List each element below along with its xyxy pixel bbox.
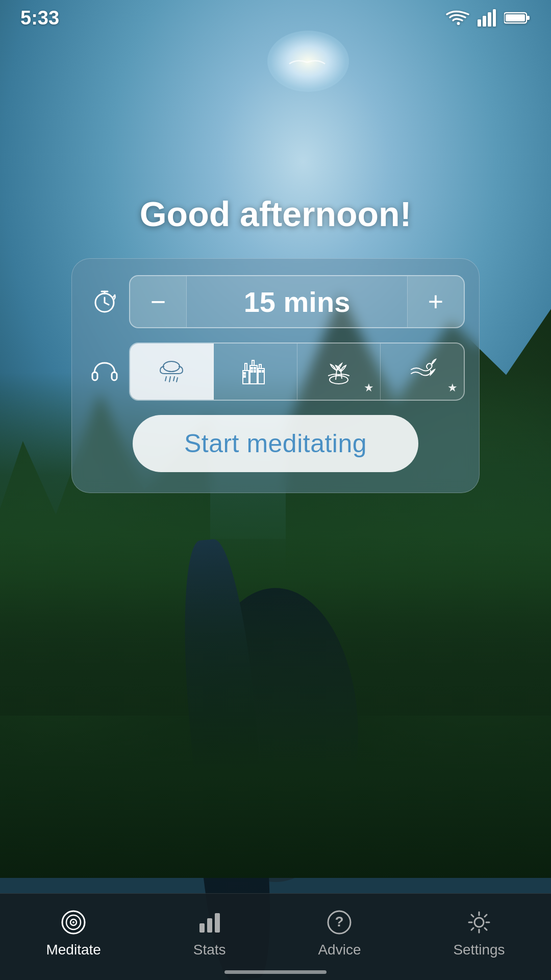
sound-rain[interactable] — [130, 344, 214, 400]
nav-label-meditate: Meditate — [46, 942, 101, 958]
greeting-text: Good afternoon! — [140, 194, 412, 234]
wind-star: ★ — [447, 381, 458, 395]
svg-rect-29 — [262, 371, 264, 372]
timer-increment-button[interactable]: + — [408, 276, 464, 327]
island-star: ★ — [364, 381, 374, 395]
svg-point-42 — [474, 918, 484, 927]
sound-island[interactable]: ★ — [297, 344, 381, 400]
sound-wind[interactable]: ★ — [381, 344, 464, 400]
stats-icon — [195, 908, 224, 937]
nav-item-meditate[interactable]: Meditate — [31, 903, 116, 963]
svg-rect-26 — [251, 371, 253, 372]
svg-point-0 — [457, 22, 460, 25]
svg-point-11 — [163, 361, 180, 372]
svg-rect-22 — [244, 373, 245, 374]
svg-rect-24 — [251, 368, 253, 369]
nav-label-advice: Advice — [318, 942, 361, 958]
svg-point-36 — [72, 921, 74, 923]
svg-rect-37 — [199, 923, 205, 933]
bottom-nav: Meditate Stats ? Advice — [0, 893, 551, 980]
status-bar: 5:33 — [0, 0, 551, 36]
svg-line-12 — [165, 377, 166, 381]
battery-icon — [504, 11, 531, 25]
start-meditating-button[interactable]: Start meditating — [133, 415, 418, 472]
sounds-grid: ★ ★ — [129, 342, 465, 401]
svg-rect-38 — [207, 918, 212, 933]
settings-icon — [465, 908, 493, 937]
svg-rect-20 — [252, 360, 254, 365]
svg-rect-9 — [92, 372, 97, 380]
meditate-icon — [59, 908, 88, 937]
nav-item-settings[interactable]: Settings — [438, 903, 520, 963]
main-content: Good afternoon! − 15 mins + — [0, 0, 551, 980]
timer-icon — [86, 283, 123, 320]
advice-icon: ? — [325, 908, 354, 937]
status-time: 5:33 — [20, 7, 59, 29]
home-indicator — [224, 970, 327, 974]
status-icons — [446, 9, 531, 27]
svg-rect-19 — [245, 363, 247, 371]
timer-value: 15 mins — [186, 276, 408, 327]
svg-rect-23 — [244, 376, 245, 377]
headphone-icon — [86, 353, 123, 390]
svg-rect-21 — [259, 364, 261, 369]
nav-label-stats: Stats — [193, 942, 226, 958]
svg-rect-6 — [527, 16, 530, 20]
svg-text:?: ? — [335, 914, 344, 929]
nav-label-settings: Settings — [453, 942, 505, 958]
svg-rect-3 — [488, 12, 491, 27]
nav-item-stats[interactable]: Stats — [178, 903, 241, 963]
timer-row: − 15 mins + — [86, 275, 465, 328]
meditation-card: − 15 mins + — [71, 258, 480, 493]
sounds-row: ★ ★ — [86, 342, 465, 401]
svg-rect-28 — [259, 371, 261, 372]
svg-line-13 — [169, 377, 170, 382]
svg-rect-25 — [254, 368, 256, 369]
svg-point-30 — [330, 376, 348, 384]
svg-rect-1 — [478, 19, 481, 27]
timer-decrement-button[interactable]: − — [130, 276, 186, 327]
svg-rect-7 — [506, 14, 525, 21]
svg-line-15 — [177, 378, 178, 382]
signal-icon — [478, 9, 496, 27]
wifi-icon — [446, 9, 469, 27]
svg-rect-39 — [215, 913, 220, 933]
svg-rect-4 — [493, 9, 496, 27]
timer-controls: − 15 mins + — [129, 275, 465, 328]
svg-rect-2 — [483, 16, 486, 27]
svg-line-14 — [173, 377, 174, 381]
nav-item-advice[interactable]: ? Advice — [303, 903, 376, 963]
sound-city[interactable] — [214, 344, 297, 400]
svg-rect-27 — [254, 371, 256, 372]
svg-rect-10 — [112, 372, 117, 380]
